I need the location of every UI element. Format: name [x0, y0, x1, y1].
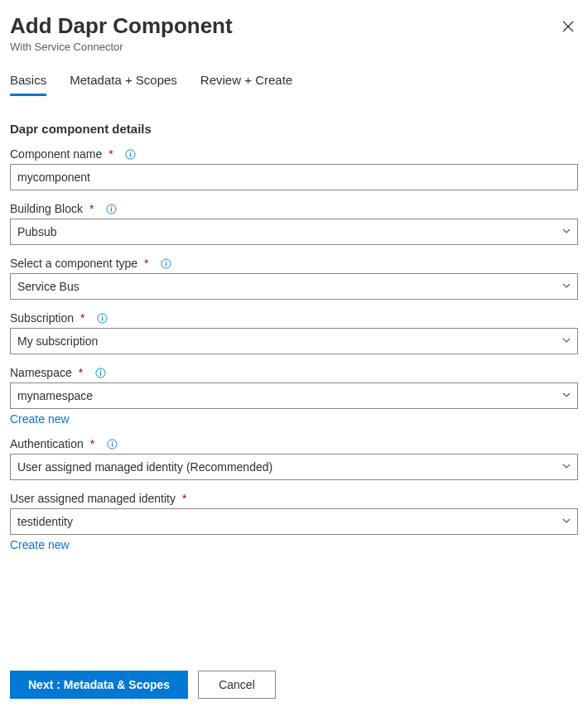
svg-point-9	[166, 260, 166, 261]
info-icon[interactable]	[106, 438, 118, 450]
close-icon	[562, 21, 574, 32]
section-title: Dapr component details	[10, 122, 578, 136]
panel-title: Add Dapr Component	[10, 13, 233, 39]
label-subscription: Subscription *	[10, 311, 578, 325]
label-text: Building Block	[10, 202, 83, 215]
create-new-identity-link[interactable]: Create new	[10, 538, 70, 551]
cancel-button[interactable]: Cancel	[198, 671, 276, 699]
info-icon[interactable]	[161, 257, 172, 269]
field-component-name: Component name *	[10, 147, 578, 190]
label-text: Select a component type	[10, 257, 137, 270]
required-marker: *	[80, 311, 84, 325]
label-text: Subscription	[10, 311, 74, 325]
select-value: testidentity	[17, 515, 73, 528]
create-new-namespace-link[interactable]: Create new	[10, 412, 70, 426]
svg-rect-13	[102, 317, 103, 320]
tabs: Basics Metadata + Scopes Review + Create	[10, 68, 578, 97]
panel-subtitle: With Service Connector	[10, 41, 233, 53]
required-marker: *	[182, 492, 186, 505]
namespace-select[interactable]: mynamespace	[10, 382, 578, 409]
svg-point-15	[99, 369, 100, 370]
svg-point-18	[111, 440, 112, 441]
authentication-select[interactable]: User assigned managed identity (Recommen…	[10, 454, 578, 480]
component-name-input[interactable]	[10, 164, 578, 190]
footer: Next : Metadata & Scopes Cancel	[10, 659, 578, 699]
add-dapr-component-panel: Add Dapr Component With Service Connecto…	[0, 0, 588, 712]
field-component-type: Select a component type * Service Bus	[10, 257, 578, 300]
svg-point-3	[130, 151, 131, 152]
next-button[interactable]: Next : Metadata & Scopes	[10, 671, 188, 699]
label-authentication: Authentication *	[10, 437, 578, 450]
svg-rect-7	[111, 208, 112, 211]
svg-rect-4	[130, 153, 131, 156]
svg-rect-19	[112, 443, 113, 446]
component-type-select[interactable]: Service Bus	[10, 273, 578, 300]
label-text: User assigned managed identity	[10, 492, 176, 505]
required-marker: *	[89, 202, 94, 215]
select-value: Service Bus	[17, 280, 80, 293]
label-component-type: Select a component type *	[10, 257, 578, 270]
close-button[interactable]	[558, 17, 578, 36]
label-component-name: Component name *	[10, 147, 578, 161]
svg-rect-16	[100, 372, 101, 375]
select-value: Pubsub	[17, 225, 56, 238]
tab-metadata-scopes[interactable]: Metadata + Scopes	[70, 68, 177, 96]
select-value: User assigned managed identity (Recommen…	[17, 460, 272, 474]
field-namespace: Namespace * mynamespace Create new	[10, 366, 578, 426]
svg-point-6	[111, 205, 112, 206]
label-text: Namespace	[10, 366, 72, 379]
select-value: mynamespace	[17, 389, 93, 402]
form-body: Dapr component details Component name * …	[10, 122, 578, 659]
tab-review-create[interactable]: Review + Create	[200, 68, 292, 96]
building-block-select[interactable]: Pubsub	[10, 219, 578, 245]
info-icon[interactable]	[94, 367, 106, 378]
required-marker: *	[108, 147, 113, 161]
info-icon[interactable]	[97, 312, 108, 324]
field-subscription: Subscription * My subscription	[10, 311, 578, 354]
subscription-select[interactable]: My subscription	[10, 328, 578, 354]
user-assigned-identity-select[interactable]: testidentity	[10, 508, 578, 535]
svg-rect-10	[166, 262, 166, 266]
required-marker: *	[144, 257, 148, 270]
field-user-assigned-identity: User assigned managed identity * testide…	[10, 492, 578, 551]
svg-point-12	[102, 315, 103, 315]
label-building-block: Building Block *	[10, 202, 578, 215]
tab-basics[interactable]: Basics	[10, 68, 46, 96]
required-marker: *	[90, 437, 94, 450]
required-marker: *	[79, 366, 83, 379]
info-icon[interactable]	[105, 203, 117, 214]
label-text: Component name	[10, 147, 102, 161]
label-user-assigned-identity: User assigned managed identity *	[10, 492, 578, 505]
info-icon[interactable]	[125, 148, 137, 160]
header-text: Add Dapr Component With Service Connecto…	[10, 13, 233, 53]
label-namespace: Namespace *	[10, 366, 578, 379]
field-building-block: Building Block * Pubsub	[10, 202, 578, 245]
label-text: Authentication	[10, 437, 84, 450]
panel-header: Add Dapr Component With Service Connecto…	[10, 13, 578, 53]
select-value: My subscription	[17, 334, 98, 348]
field-authentication: Authentication * User assigned managed i…	[10, 437, 578, 480]
